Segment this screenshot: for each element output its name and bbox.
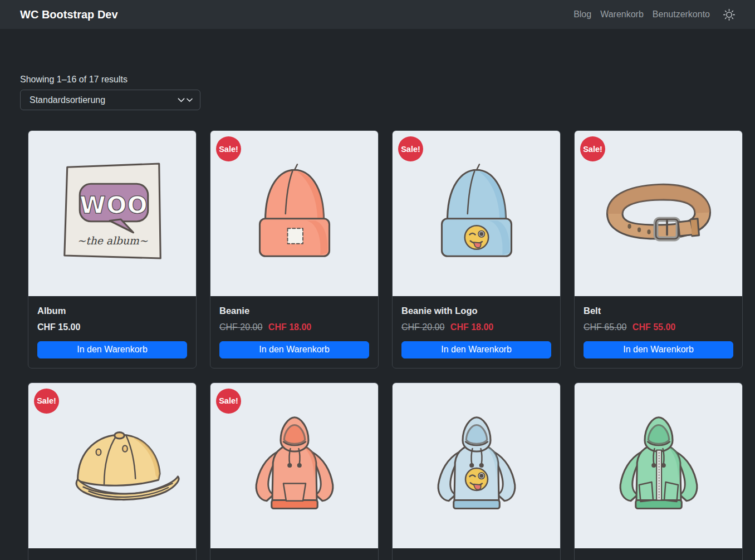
chevron-down-icon — [177, 96, 193, 104]
hoodie-with-logo-image — [393, 383, 560, 548]
product-title: Belt — [584, 306, 733, 317]
product-card-body: Beanie with Logo CHF 20.00 CHF 18.00In d… — [393, 296, 560, 368]
sale-price: CHF 18.00 — [450, 322, 493, 332]
album-image: WOO ~the album~ — [28, 131, 196, 296]
old-price: CHF 20.00 — [401, 322, 444, 332]
product-card-body — [393, 548, 560, 560]
product-card: Sale! — [210, 382, 379, 560]
product-card: Sale!Belt CHF 65.00 CHF 55.00In den Ware… — [574, 130, 743, 369]
product-price: CHF 15.00 — [37, 322, 187, 332]
sale-badge: Sale! — [216, 136, 241, 161]
shop-page: Showing 1–16 of 17 results Standardsorti… — [0, 29, 755, 560]
svg-text:~the album~: ~the album~ — [77, 235, 148, 247]
cap-image: Sale! — [28, 383, 196, 548]
product-card: Sale! — [28, 382, 197, 560]
sale-badge: Sale! — [398, 136, 423, 161]
product-price: CHF 65.00 CHF 55.00 — [584, 322, 733, 332]
hoodie-image: Sale! — [210, 383, 378, 548]
results-count: Showing 1–16 of 17 results — [20, 75, 735, 85]
navbar-brand[interactable]: WC Bootstrap Dev — [20, 8, 118, 21]
sale-badge: Sale! — [216, 389, 241, 414]
product-price: CHF 20.00 CHF 18.00 — [401, 322, 551, 332]
belt-image: Sale! — [575, 131, 742, 296]
product-title: Beanie with Logo — [401, 306, 551, 317]
nav-link-blog[interactable]: Blog — [569, 5, 596, 24]
add-to-cart-button[interactable]: In den Warenkorb — [37, 341, 187, 358]
product-title: Beanie — [219, 306, 369, 317]
product-card: WOO ~the album~Album CHF 15.00In den War… — [28, 130, 197, 369]
sale-badge: Sale! — [34, 389, 59, 414]
sale-badge: Sale! — [580, 136, 605, 161]
sale-price: CHF 18.00 — [268, 322, 311, 332]
navbar-links: BlogWarenkorbBenutzerkonto — [569, 5, 714, 24]
product-card: Sale!Beanie CHF 20.00 CHF 18.00In den Wa… — [210, 130, 379, 369]
add-to-cart-button[interactable]: In den Warenkorb — [401, 341, 551, 358]
product-card-body — [575, 548, 742, 560]
product-card-body — [210, 548, 378, 560]
beanie-image: Sale! — [210, 131, 378, 296]
add-to-cart-button[interactable]: In den Warenkorb — [584, 341, 733, 358]
sun-icon[interactable] — [718, 6, 741, 24]
product-price: CHF 20.00 CHF 18.00 — [219, 322, 369, 332]
hoodie-with-zipper-image — [575, 383, 742, 548]
svg-text:WOO: WOO — [80, 191, 148, 218]
sale-price: CHF 55.00 — [633, 322, 675, 332]
old-price: CHF 65.00 — [584, 322, 626, 332]
product-card — [574, 382, 743, 560]
product-card: Sale!Beanie with Logo CHF 20.00 CHF 18.0… — [392, 130, 561, 369]
product-card-body: Album CHF 15.00In den Warenkorb — [28, 296, 196, 368]
current-price: CHF 15.00 — [37, 322, 80, 332]
nav-link-warenkorb[interactable]: Warenkorb — [596, 5, 648, 24]
sort-select[interactable]: Standardsortierung — [20, 90, 200, 110]
product-card-body: Beanie CHF 20.00 CHF 18.00In den Warenko… — [210, 296, 378, 368]
product-title: Album — [37, 306, 187, 317]
add-to-cart-button[interactable]: In den Warenkorb — [219, 341, 369, 358]
navbar: WC Bootstrap Dev BlogWarenkorbBenutzerko… — [0, 0, 755, 29]
product-card — [392, 382, 561, 560]
beanie-with-logo-image: Sale! — [393, 131, 560, 296]
sort-select-value: Standardsortierung — [30, 95, 105, 105]
nav-link-benutzerkonto[interactable]: Benutzerkonto — [648, 5, 714, 24]
product-card-body — [28, 548, 196, 560]
product-card-body: Belt CHF 65.00 CHF 55.00In den Warenkorb — [575, 296, 742, 368]
product-grid: WOO ~the album~Album CHF 15.00In den War… — [20, 130, 743, 560]
old-price: CHF 20.00 — [219, 322, 262, 332]
